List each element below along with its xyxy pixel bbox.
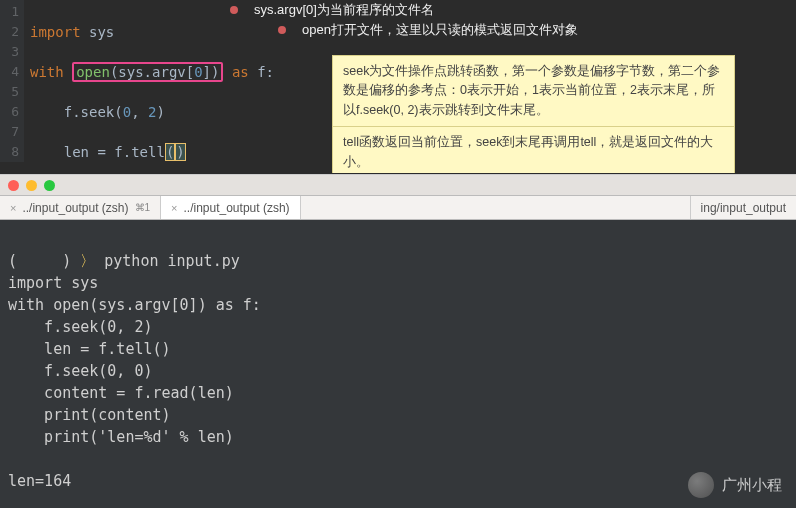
paren-match: ) bbox=[175, 143, 185, 161]
callout: sys.argv[0]为当前程序的文件名 bbox=[230, 0, 796, 20]
terminal-output[interactable]: ( ) 〉 python input.py import sys with op… bbox=[0, 220, 796, 508]
close-icon[interactable] bbox=[8, 180, 19, 191]
terminal-tab[interactable]: × ../input_output (zsh) ⌘1 bbox=[0, 196, 161, 219]
prompt-host bbox=[17, 252, 62, 270]
terminal-tab[interactable]: ing/input_output bbox=[690, 196, 796, 219]
lineno: 4 bbox=[0, 62, 19, 82]
callout: open打开文件，这里以只读的模式返回文件对象 bbox=[278, 20, 796, 40]
output-line: len = f.tell() bbox=[8, 340, 171, 358]
close-tab-icon[interactable]: × bbox=[171, 202, 177, 214]
line-gutter: 1 2 3 4 5 6 7 8 bbox=[0, 0, 24, 162]
output-line: print(content) bbox=[8, 406, 171, 424]
zoom-icon[interactable] bbox=[44, 180, 55, 191]
minimize-icon[interactable] bbox=[26, 180, 37, 191]
lineno: 7 bbox=[0, 122, 19, 142]
bullet-icon bbox=[278, 26, 286, 34]
output-line: with open(sys.argv[0]) as f: bbox=[8, 296, 261, 314]
lineno: 8 bbox=[0, 142, 19, 162]
output-line: f.seek(0, 2) bbox=[8, 318, 153, 336]
command: python input.py bbox=[104, 252, 239, 270]
terminal-tabs: × ../input_output (zsh) ⌘1 × ../input_ou… bbox=[0, 196, 796, 220]
highlight-open-call: open(sys.argv[0]) bbox=[72, 62, 223, 82]
terminal-tab-active[interactable]: × ../input_output (zsh) bbox=[161, 196, 301, 219]
window-controls bbox=[8, 180, 55, 191]
tab-label: ../input_output (zsh) bbox=[22, 201, 128, 215]
lineno: 2 bbox=[0, 22, 19, 42]
paren-match: ( bbox=[165, 143, 175, 161]
lineno: 5 bbox=[0, 82, 19, 102]
sticky-note: seek为文件操作点跳转函数，第一个参数是偏移字节数，第二个参数是偏移的参考点：… bbox=[332, 55, 735, 173]
output-line: import sys bbox=[8, 274, 98, 292]
wechat-icon bbox=[688, 472, 714, 498]
note-paragraph: seek为文件操作点跳转函数，第一个参数是偏移字节数，第二个参数是偏移的参考点：… bbox=[333, 56, 734, 127]
output-line: f.seek(0, 0) bbox=[8, 362, 153, 380]
lineno: 3 bbox=[0, 42, 19, 62]
close-tab-icon[interactable]: × bbox=[10, 202, 16, 214]
tab-shortcut: ⌘1 bbox=[135, 202, 151, 213]
prompt-arrow-icon: 〉 bbox=[80, 252, 95, 270]
output-line: len=164 bbox=[8, 472, 71, 490]
watermark-text: 广州小程 bbox=[722, 476, 782, 495]
bullet-icon bbox=[230, 6, 238, 14]
note-paragraph: tell函数返回当前位置，seek到末尾再调用tell，就是返回文件的大小。 bbox=[333, 127, 734, 173]
tab-label: ing/input_output bbox=[701, 201, 786, 215]
tab-label: ../input_output (zsh) bbox=[184, 201, 290, 215]
lineno: 6 bbox=[0, 102, 19, 122]
lineno: 1 bbox=[0, 2, 19, 22]
terminal-titlebar[interactable] bbox=[0, 174, 796, 196]
callouts: sys.argv[0]为当前程序的文件名 open打开文件，这里以只读的模式返回… bbox=[230, 0, 796, 40]
code-editor: 1 2 3 4 5 6 7 8 import sys with open(sys… bbox=[0, 0, 796, 173]
output-line: print('len=%d' % len) bbox=[8, 428, 234, 446]
watermark: 广州小程 bbox=[688, 472, 782, 498]
output-line: content = f.read(len) bbox=[8, 384, 234, 402]
